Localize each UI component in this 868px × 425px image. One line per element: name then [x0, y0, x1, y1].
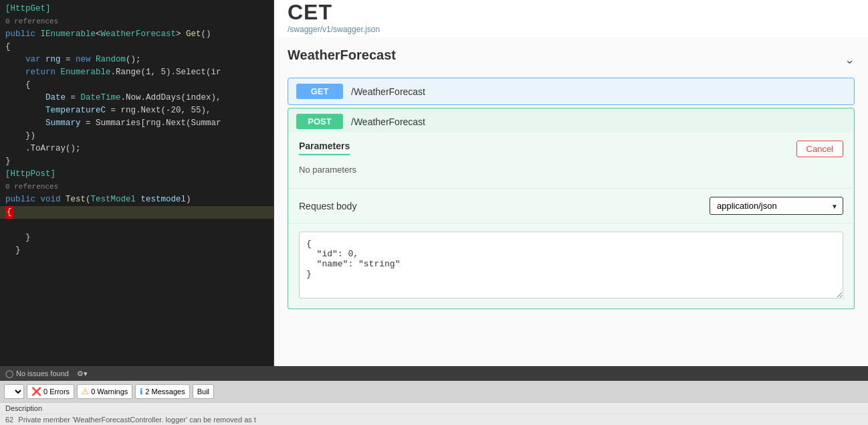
post-endpoint-container: POST /WeatherForecast Parameters No para…	[288, 108, 855, 309]
code-line: {	[0, 206, 274, 219]
cet-title: CET	[288, 1, 855, 23]
errors-badge[interactable]: ❌ 0 Errors	[27, 384, 74, 399]
section-header: WeatherForecast ⌄	[288, 48, 855, 71]
code-line: .ToArray();	[0, 143, 274, 155]
code-line: public void Test(TestModel testmodel)	[0, 193, 274, 206]
description-content: 62 Private member 'WeatherForecastContro…	[0, 414, 868, 425]
get-method-badge: GET	[296, 84, 343, 99]
messages-text: 2 Messages	[145, 388, 185, 396]
post-expanded: Parameters No parameters Cancel Request …	[288, 133, 855, 309]
line-number: 62	[5, 416, 13, 424]
code-line: [HttpGet]	[0, 3, 274, 15]
gear-icon: ⚙	[77, 369, 84, 378]
request-body-label: Request body	[299, 201, 356, 211]
code-line: {	[0, 41, 274, 54]
chevron-down-icon[interactable]: ⌄	[845, 52, 855, 67]
code-line: Summary = Summaries[rng.Next(Summar	[0, 117, 274, 130]
code-line: }	[0, 244, 274, 257]
code-line: 0 references	[0, 15, 274, 28]
description-label: Description	[5, 404, 42, 412]
code-line: return Enumerable.Range(1, 5).Select(ir	[0, 66, 274, 79]
swagger-link[interactable]: /swagger/v1/swagger.json	[288, 25, 380, 34]
status-bar: ◯ No issues found ⚙ ▾	[0, 366, 868, 381]
errors-text: 0 Errors	[43, 388, 70, 396]
code-line: {	[0, 79, 274, 92]
request-body-row: Request body application/json	[288, 189, 854, 224]
content-type-select[interactable]: application/json	[710, 197, 843, 215]
status-check-icon: ◯	[5, 369, 13, 378]
build-tools-bar: ❌ 0 Errors ⚠ 0 Warnings ℹ 2 Messages Bui…	[0, 381, 868, 402]
code-editor: [HttpGet] 0 references public IEnumerabl…	[0, 0, 274, 366]
annotation: [HttpGet]	[5, 3, 51, 15]
code-line: 0 references	[0, 181, 274, 193]
code-line: }	[0, 232, 274, 244]
code-line	[0, 219, 274, 232]
code-line: TemperatureC = rng.Next(-20, 55),	[0, 104, 274, 117]
parameters-section: Parameters No parameters Cancel	[288, 133, 854, 189]
parameters-tab[interactable]: Parameters	[299, 141, 350, 155]
build-dropdown[interactable]	[4, 384, 24, 399]
info-icon: ℹ	[140, 387, 143, 396]
code-line: }	[0, 155, 274, 168]
get-endpoint-path: /WeatherForecast	[351, 86, 425, 97]
post-endpoint-row[interactable]: POST /WeatherForecast	[288, 108, 855, 135]
cancel-button[interactable]: Cancel	[796, 141, 843, 157]
code-line: [HttpPost]	[0, 168, 274, 181]
description-text: Private member 'WeatherForecastControlle…	[18, 416, 256, 424]
content-type-wrapper: application/json	[710, 197, 843, 215]
swagger-top: CET /swagger/v1/swagger.json	[274, 0, 868, 37]
code-line: })	[0, 130, 274, 143]
code-line: Date = DateTime.Now.AddDays(index),	[0, 92, 274, 104]
post-endpoint-path: /WeatherForecast	[351, 116, 425, 127]
json-body-section: { "id": 0, "name": "string" }	[288, 224, 854, 309]
build-button[interactable]: Buil	[193, 384, 214, 399]
gear-button[interactable]: ⚙ ▾	[74, 369, 90, 379]
warnings-text: 0 Warnings	[91, 388, 128, 396]
error-icon: ❌	[31, 387, 41, 396]
get-endpoint-row[interactable]: GET /WeatherForecast	[288, 78, 855, 105]
post-method-badge: POST	[296, 114, 343, 129]
ref-text: 0 references	[5, 15, 58, 28]
messages-badge[interactable]: ℹ 2 Messages	[135, 384, 189, 399]
warning-icon: ⚠	[82, 387, 89, 396]
type: IEnumerable	[41, 28, 96, 41]
code-line: var rng = new Random();	[0, 54, 274, 66]
no-params-text: No parameters	[299, 162, 356, 180]
warnings-badge[interactable]: ⚠ 0 Warnings	[77, 384, 132, 399]
code-line: public IEnumerable<WeatherForecast> Get(…	[0, 28, 274, 41]
json-body-textarea[interactable]: { "id": 0, "name": "string" }	[299, 232, 843, 299]
bottom-section: ◯ No issues found ⚙ ▾ ❌ 0 Errors ⚠ 0 War…	[0, 366, 868, 425]
swagger-panel: CET /swagger/v1/swagger.json WeatherFore…	[274, 0, 868, 366]
section-title: WeatherForecast	[288, 48, 396, 63]
keyword: public	[5, 28, 41, 41]
no-issues-text: No issues found	[16, 369, 69, 377]
description-bar: Description	[0, 402, 868, 414]
gear-arrow: ▾	[84, 369, 88, 378]
swagger-content: WeatherForecast ⌄ GET /WeatherForecast P…	[274, 37, 868, 325]
